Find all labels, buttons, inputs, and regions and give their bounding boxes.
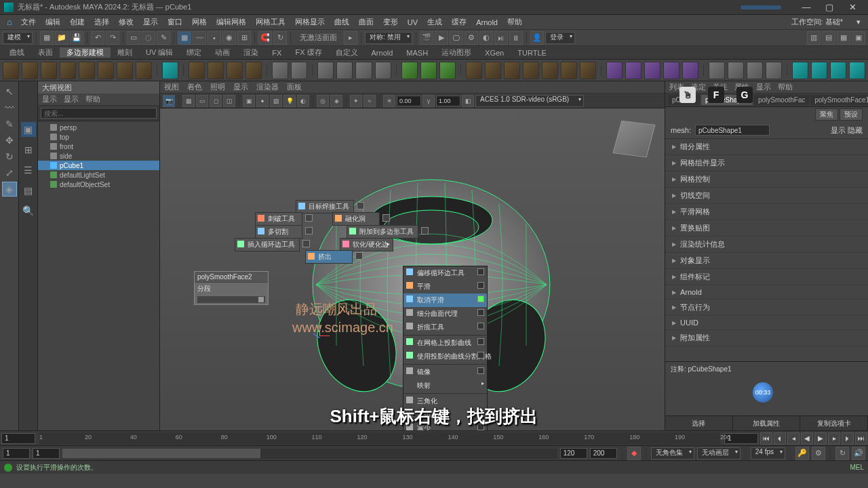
poly-cube-icon[interactable]: [22, 62, 38, 79]
ae-focus-button[interactable]: 聚焦: [815, 108, 838, 121]
poly-cone-icon[interactable]: [60, 62, 76, 79]
menu-arnold[interactable]: Arnold: [471, 18, 502, 26]
context-menu-item[interactable]: 镜像: [403, 365, 487, 379]
menu-deform[interactable]: 变形: [378, 17, 403, 27]
shelf-tab[interactable]: 渲染: [237, 47, 265, 58]
fps-dropdown[interactable]: 24 fps: [751, 447, 785, 460]
panel4-icon[interactable]: ▣: [852, 31, 865, 45]
shelf-tab[interactable]: UV 编辑: [139, 47, 180, 58]
fast-fwd-icon[interactable]: ⏭: [855, 432, 867, 445]
playblast-icon[interactable]: ⏯: [494, 31, 508, 45]
step-back-icon[interactable]: ⏴: [774, 432, 786, 445]
marking-item[interactable]: 刺破工具: [255, 212, 302, 226]
poly-disc-icon[interactable]: [117, 62, 133, 79]
poly-cylinder-icon[interactable]: [41, 62, 57, 79]
history-icon[interactable]: ↻: [273, 31, 287, 45]
ae-foot-select[interactable]: 选择: [665, 416, 733, 430]
shelf-tab[interactable]: 曲线: [3, 47, 31, 58]
menu-create[interactable]: 创建: [65, 17, 90, 27]
attr-section[interactable]: ▶渲染统计信息: [665, 237, 868, 253]
menu-mesh-tools[interactable]: 网格工具: [251, 17, 290, 27]
vp-gamma-icon[interactable]: γ: [422, 95, 435, 107]
paint-tool-icon[interactable]: ✎: [2, 117, 17, 131]
context-menu-item[interactable]: 取消平滑: [403, 293, 487, 307]
detach-icon[interactable]: [580, 62, 596, 79]
marking-item[interactable]: 软化/硬化边▸: [340, 238, 393, 251]
vp-res-icon[interactable]: ◻: [210, 95, 222, 107]
search-icon[interactable]: 🔍: [21, 203, 36, 218]
user-icon[interactable]: 👤: [530, 31, 544, 45]
bool-inter-icon[interactable]: [439, 62, 456, 79]
float-input-panel[interactable]: polySmoothFace2 分段: [194, 271, 269, 305]
lasso-tool-icon[interactable]: 〰: [2, 100, 17, 115]
context-menu-item[interactable]: 映射▸: [403, 379, 487, 392]
close-button[interactable]: ✕: [841, 1, 864, 14]
menu-edit[interactable]: 编辑: [41, 17, 65, 27]
panel3-icon[interactable]: ▦: [837, 31, 850, 45]
play-fwd-icon[interactable]: ▶: [814, 432, 827, 445]
context-menu-item[interactable]: 使用投影的曲线分割网格: [403, 350, 487, 363]
text-icon[interactable]: [226, 62, 243, 79]
attr-section[interactable]: ▶网格组件显示: [665, 155, 868, 171]
context-menu-item[interactable]: 折痕工具: [403, 321, 487, 334]
combine-icon[interactable]: [272, 62, 288, 79]
ae-foot-copy[interactable]: 复制选项卡: [800, 416, 868, 430]
layout-icon[interactable]: ☰: [21, 163, 36, 178]
outliner-tree[interactable]: persp top front side pCube1 defaultLight…: [38, 121, 159, 430]
panel-icon[interactable]: ▥: [807, 31, 821, 45]
new-scene-icon[interactable]: ▦: [40, 31, 54, 45]
quad-draw-icon[interactable]: [830, 62, 846, 79]
vp-iso-icon[interactable]: ◎: [317, 95, 329, 107]
menu-curve[interactable]: 曲线: [330, 17, 354, 27]
step-fwd-icon[interactable]: ⏵: [842, 432, 854, 445]
snap-curve-icon[interactable]: 〰: [193, 31, 206, 45]
context-menu-item[interactable]: 细分曲面代理: [403, 307, 487, 321]
attr-section[interactable]: ▶置换贴图: [665, 220, 868, 237]
remesh-icon[interactable]: [375, 62, 391, 79]
menu-edit-mesh[interactable]: 编辑网格: [212, 17, 251, 27]
vp-safe-icon[interactable]: ◫: [223, 95, 235, 107]
home-icon[interactable]: ⌂: [3, 17, 16, 27]
live-icon[interactable]: 🧲: [258, 31, 272, 45]
menu-window[interactable]: 窗口: [163, 17, 187, 27]
menu-mesh-display[interactable]: 网格显示: [290, 17, 330, 27]
attr-section[interactable]: ▶细分属性: [665, 139, 868, 155]
separate-icon[interactable]: [291, 62, 307, 79]
shelf-tab[interactable]: XGen: [478, 49, 511, 57]
scale-tool-icon[interactable]: ⤢: [2, 165, 17, 180]
range-end-outer[interactable]: [590, 448, 617, 459]
retopo-icon[interactable]: [355, 62, 372, 79]
sculpt-icon[interactable]: [189, 62, 205, 79]
snap-center-icon[interactable]: ◉: [222, 31, 236, 45]
vp-motion-icon[interactable]: ≈: [363, 95, 376, 107]
outliner-icon[interactable]: ▤: [21, 183, 36, 198]
shelf-tab[interactable]: Arnold: [365, 49, 400, 57]
minimize-button[interactable]: —: [795, 1, 818, 14]
time-slider[interactable]: 1204060801001101201301401501601701801902…: [0, 430, 868, 445]
single-view-icon[interactable]: ▣: [21, 122, 36, 137]
sweep-icon[interactable]: [208, 62, 224, 79]
outliner-search-input[interactable]: [41, 108, 157, 119]
shelf-tab-active[interactable]: 多边形建模: [60, 47, 111, 58]
panel2-icon[interactable]: ▤: [822, 31, 835, 45]
vp-camera-icon[interactable]: 📷: [163, 95, 175, 107]
vp-menu-render[interactable]: 渲染器: [256, 82, 279, 92]
ae-tab[interactable]: polySmoothFac: [754, 95, 809, 105]
shelf-tab[interactable]: 自定义: [329, 47, 365, 58]
charset-dropdown[interactable]: 无角色集: [651, 447, 694, 460]
bool-diff-icon[interactable]: [420, 62, 437, 79]
viewport[interactable]: 视图 着色 照明 显示 渲染器 面板 📷 ▦ ▭ ◻ ◫ ▣ ● ▨ 💡 ◐ ◎…: [160, 81, 665, 430]
symmetry-selector[interactable]: 对称: 禁用: [365, 32, 412, 44]
poly-sphere-icon[interactable]: [3, 62, 19, 79]
shelf-tab[interactable]: TURTLE: [511, 49, 553, 57]
attr-section[interactable]: ▶网格控制: [665, 171, 868, 188]
menu-help[interactable]: 帮助: [502, 17, 527, 27]
vp-wire-icon[interactable]: ▣: [243, 95, 255, 107]
poly-type-icon[interactable]: [162, 62, 178, 79]
shelf-tab[interactable]: 绑定: [180, 47, 208, 58]
vp-menu-view[interactable]: 视图: [164, 82, 179, 92]
menu-modify[interactable]: 修改: [114, 17, 138, 27]
ae-tab[interactable]: polySmoothFace1: [810, 95, 868, 105]
paint-icon[interactable]: ✎: [157, 31, 170, 45]
last-tool-icon[interactable]: ◈: [2, 182, 17, 197]
